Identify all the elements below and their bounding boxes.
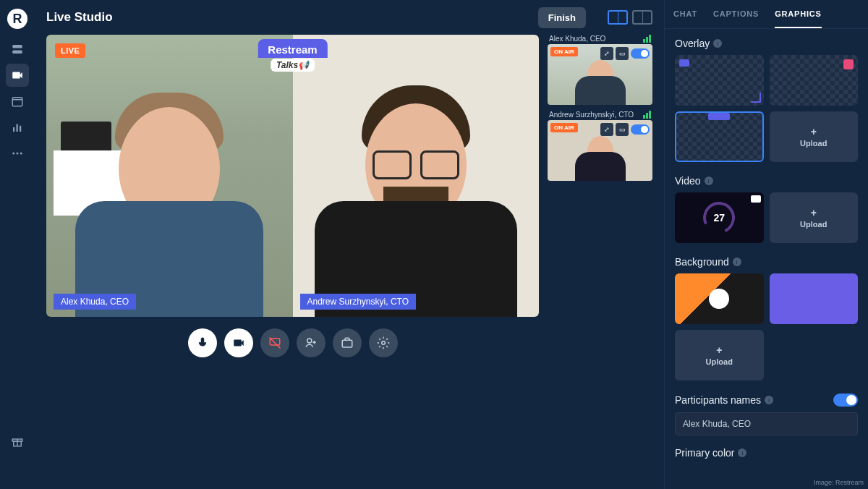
pip-icon[interactable]: ▭	[616, 47, 629, 60]
guest-toggle[interactable]	[631, 124, 650, 135]
overlay-section-title: Overlayi	[675, 38, 858, 49]
on-air-badge: ON AIR	[550, 123, 578, 132]
background-thumb-2[interactable]	[770, 273, 859, 324]
feed-1-name: Alex Khuda, CEO	[54, 294, 136, 310]
tabs: CHAT CAPTIONS GRAPHICS	[665, 0, 868, 29]
screenshare-button[interactable]	[260, 328, 289, 357]
main-area: Live Studio Finish LIVE Restream Talks📢 …	[35, 0, 664, 489]
participants-toggle[interactable]	[833, 394, 858, 407]
nav-schedule[interactable]	[6, 90, 29, 113]
nav-servers[interactable]	[6, 38, 29, 61]
video-thumb-1[interactable]: 27	[675, 192, 764, 243]
guest-column: Alex Khuda, CEO ON AIR ⤢ ▭	[548, 35, 652, 480]
left-sidebar: R	[0, 0, 35, 489]
layout-split[interactable]	[608, 10, 628, 25]
camera-button[interactable]	[224, 328, 253, 357]
nav-more[interactable]	[6, 142, 29, 165]
svg-rect-0	[12, 45, 22, 48]
logo: R	[7, 9, 27, 29]
svg-point-9	[20, 153, 22, 155]
participants-section-title: Participants namesi	[675, 394, 773, 406]
svg-point-15	[307, 339, 311, 343]
overlay-thumb-1[interactable]	[675, 55, 764, 106]
controls-bar	[46, 328, 539, 357]
tab-graphics[interactable]: GRAPHICS	[775, 0, 821, 28]
right-panel: CHAT CAPTIONS GRAPHICS Overlayi Upload V…	[664, 0, 868, 489]
overlay-subtitle: Talks📢	[271, 59, 315, 72]
pip-icon[interactable]: ▭	[616, 123, 629, 136]
svg-rect-6	[20, 126, 21, 132]
guest-toggle[interactable]	[631, 48, 650, 59]
svg-rect-4	[13, 127, 14, 132]
participant-name-input[interactable]	[675, 412, 858, 435]
layout-pip[interactable]	[632, 10, 652, 25]
tab-chat[interactable]: CHAT	[673, 0, 697, 28]
video-count: 27	[713, 212, 725, 224]
overlay-thumb-2[interactable]	[770, 55, 859, 106]
guest-2-name: Andrew Surzhynskyi, CTO	[549, 111, 634, 119]
feed-2: Andrew Surzhynskyi, CTO	[293, 35, 540, 317]
guest-2: Andrew Surzhynskyi, CTO ON AIR ⤢ ▭	[548, 111, 652, 181]
svg-rect-2	[12, 98, 22, 106]
svg-point-8	[17, 153, 19, 155]
background-upload[interactable]: Upload	[675, 330, 764, 380]
svg-rect-1	[12, 51, 22, 54]
scenes-button[interactable]	[333, 328, 362, 357]
page-title: Live Studio	[46, 10, 113, 25]
nav-gift[interactable]	[6, 430, 29, 453]
live-badge: LIVE	[55, 43, 85, 58]
stage-overlay: Restream Talks📢	[258, 39, 327, 72]
info-icon[interactable]: i	[733, 258, 741, 266]
add-guest-button[interactable]	[297, 328, 326, 357]
feed-1: Alex Khuda, CEO	[46, 35, 293, 317]
stage: LIVE Restream Talks📢 Alex Khuda, CEO And…	[46, 35, 539, 317]
video-upload[interactable]: Upload	[770, 192, 859, 243]
guest-1-name: Alex Khuda, CEO	[549, 35, 605, 43]
expand-icon[interactable]: ⤢	[600, 47, 613, 60]
header: Live Studio Finish	[35, 0, 664, 35]
on-air-badge: ON AIR	[550, 47, 578, 56]
svg-rect-18	[342, 340, 352, 347]
overlay-title: Restream	[258, 39, 327, 58]
info-icon[interactable]: i	[765, 396, 773, 404]
feed-2-name: Andrew Surzhynskyi, CTO	[300, 294, 417, 310]
info-icon[interactable]: i	[738, 448, 746, 457]
image-credit: Image: Restream	[814, 479, 864, 486]
info-icon[interactable]: i	[705, 177, 713, 185]
svg-rect-5	[17, 124, 18, 132]
settings-button[interactable]	[369, 328, 398, 357]
guest-1: Alex Khuda, CEO ON AIR ⤢ ▭	[548, 35, 652, 105]
signal-icon	[643, 111, 651, 119]
signal-icon	[643, 35, 651, 43]
nav-analytics[interactable]	[6, 116, 29, 139]
svg-point-7	[12, 153, 14, 155]
guest-2-tile[interactable]: ON AIR ⤢ ▭	[548, 120, 652, 181]
layout-switcher	[608, 10, 652, 25]
overlay-upload[interactable]: Upload	[770, 111, 859, 162]
primary-color-section-title: Primary colori	[675, 447, 858, 459]
svg-point-19	[381, 341, 385, 345]
background-thumb-1[interactable]	[675, 273, 764, 324]
expand-icon[interactable]: ⤢	[600, 123, 613, 136]
overlay-thumb-3[interactable]	[675, 111, 764, 162]
background-section-title: Backgroundi	[675, 256, 858, 268]
video-section-title: Videoi	[675, 175, 858, 187]
guest-1-tile[interactable]: ON AIR ⤢ ▭	[548, 44, 652, 105]
mic-button[interactable]	[188, 328, 217, 357]
tab-captions[interactable]: CAPTIONS	[713, 0, 759, 28]
camera-icon	[751, 195, 761, 203]
nav-studio[interactable]	[6, 64, 29, 87]
info-icon[interactable]: i	[713, 39, 722, 48]
finish-button[interactable]: Finish	[538, 7, 586, 28]
